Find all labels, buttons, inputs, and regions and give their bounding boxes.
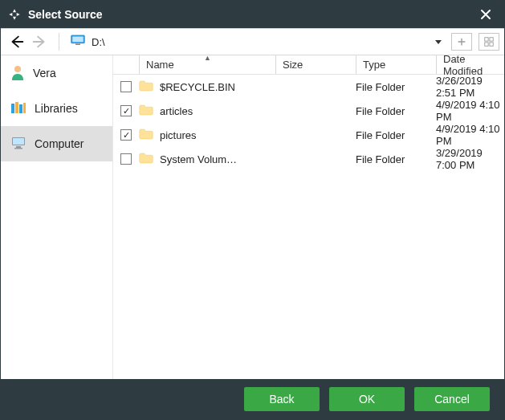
- view-mode-button[interactable]: [479, 33, 499, 51]
- sidebar-item-vera[interactable]: Vera: [1, 55, 112, 91]
- path-dropdown-caret[interactable]: [432, 37, 445, 47]
- select-source-window: Select Source D:\: [0, 0, 505, 420]
- column-header-checkbox[interactable]: [113, 55, 139, 74]
- computer-icon: [10, 136, 26, 153]
- sidebar-item-label: Vera: [33, 67, 56, 80]
- sort-indicator-asc-icon: ▲: [204, 54, 211, 62]
- ok-button[interactable]: OK: [329, 387, 405, 411]
- svg-marker-0: [13, 9, 16, 12]
- svg-rect-19: [16, 146, 21, 148]
- table-row[interactable]: articlesFile Folder4/9/2019 4:10 PM: [113, 99, 504, 123]
- column-header-row: ▲ Name Size Type Date Modified: [113, 55, 504, 75]
- svg-marker-7: [435, 40, 442, 44]
- sidebar-item-label: Libraries: [35, 102, 78, 115]
- folder-icon: [139, 128, 153, 142]
- file-name: $RECYCLE.BIN: [160, 81, 235, 93]
- svg-rect-11: [490, 43, 493, 46]
- file-type: File Folder: [356, 153, 436, 165]
- window-title: Select Source: [28, 8, 474, 21]
- file-name: System Volum…: [160, 153, 237, 165]
- app-icon: [7, 7, 22, 22]
- body: Vera Libraries Computer ▲ Name: [1, 55, 504, 379]
- svg-marker-2: [9, 13, 12, 16]
- svg-rect-20: [14, 148, 22, 149]
- file-pane: ▲ Name Size Type Date Modified $RECYCLE.…: [113, 55, 504, 379]
- file-rows: $RECYCLE.BINFile Folder3/26/2019 2:51 PM…: [113, 75, 504, 379]
- svg-rect-14: [15, 102, 18, 113]
- file-date: 4/9/2019 4:10 PM: [436, 99, 504, 123]
- path-box[interactable]: D:\: [67, 35, 432, 49]
- column-header-label: Type: [363, 59, 385, 71]
- svg-point-12: [14, 66, 21, 72]
- path-text: D:\: [92, 36, 105, 48]
- drive-icon: [71, 35, 85, 49]
- folder-icon: [139, 80, 153, 94]
- table-row[interactable]: $RECYCLE.BINFile Folder3/26/2019 2:51 PM: [113, 75, 504, 99]
- column-header-label: Name: [146, 59, 174, 71]
- sidebar-item-label: Computer: [35, 137, 83, 150]
- user-icon: [10, 64, 25, 83]
- file-type: File Folder: [356, 81, 436, 93]
- svg-marker-1: [13, 17, 16, 20]
- toolbar-separator: [59, 33, 59, 51]
- svg-marker-3: [17, 13, 20, 16]
- row-checkbox[interactable]: [120, 129, 132, 141]
- titlebar: Select Source: [1, 1, 504, 28]
- column-header-label: Date Modified: [443, 53, 498, 77]
- folder-icon: [139, 104, 153, 118]
- svg-rect-15: [19, 104, 22, 113]
- libraries-icon: [10, 100, 26, 117]
- column-header-label: Size: [283, 59, 303, 71]
- table-row[interactable]: picturesFile Folder4/9/2019 4:10 PM: [113, 123, 504, 147]
- file-name: pictures: [160, 129, 197, 141]
- svg-rect-8: [485, 38, 488, 41]
- column-header-name[interactable]: ▲ Name: [139, 55, 275, 74]
- close-button[interactable]: [474, 2, 498, 27]
- column-header-size[interactable]: Size: [275, 55, 356, 74]
- svg-rect-18: [13, 138, 24, 145]
- nav-back-button[interactable]: [6, 31, 28, 53]
- footer: Back OK Cancel: [1, 379, 504, 419]
- row-checkbox[interactable]: [120, 105, 132, 116]
- row-checkbox[interactable]: [120, 153, 132, 165]
- sidebar-item-libraries[interactable]: Libraries: [1, 91, 112, 126]
- svg-rect-10: [485, 43, 488, 46]
- svg-rect-13: [11, 104, 14, 113]
- svg-rect-6: [75, 44, 80, 46]
- folder-icon: [139, 153, 153, 166]
- cancel-button[interactable]: Cancel: [414, 387, 490, 411]
- table-row[interactable]: System Volum…File Folder3/29/2019 7:00 P…: [113, 147, 504, 171]
- back-button[interactable]: Back: [244, 387, 320, 411]
- new-folder-button[interactable]: [451, 33, 472, 51]
- file-date: 3/26/2019 2:51 PM: [436, 75, 504, 99]
- file-date: 4/9/2019 4:10 PM: [436, 123, 504, 147]
- toolbar: D:\: [1, 28, 504, 55]
- file-type: File Folder: [356, 129, 436, 141]
- svg-rect-16: [23, 103, 26, 113]
- file-type: File Folder: [356, 105, 436, 117]
- svg-rect-5: [72, 37, 83, 43]
- sidebar-item-computer[interactable]: Computer: [1, 126, 112, 161]
- svg-rect-9: [490, 38, 493, 41]
- nav-forward-button[interactable]: [28, 31, 51, 53]
- row-checkbox[interactable]: [120, 81, 132, 92]
- column-header-date[interactable]: Date Modified: [436, 55, 504, 74]
- file-name: articles: [160, 105, 193, 117]
- column-header-type[interactable]: Type: [356, 55, 436, 74]
- sidebar: Vera Libraries Computer: [1, 55, 113, 379]
- file-date: 3/29/2019 7:00 PM: [436, 147, 504, 171]
